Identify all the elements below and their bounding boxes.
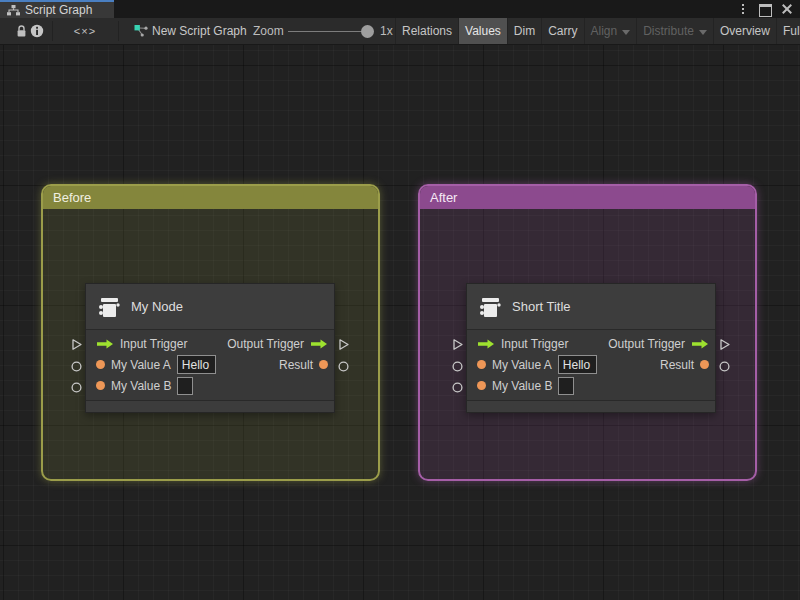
align-dropdown: Align (584, 18, 637, 44)
dim-button[interactable]: Dim (507, 18, 541, 44)
values-button[interactable]: Values (458, 18, 507, 44)
zoom-level: 1x (380, 18, 393, 44)
info-button[interactable] (28, 18, 46, 44)
tab-script-graph[interactable]: Script Graph (0, 0, 114, 18)
output-trigger-port[interactable] (718, 338, 731, 351)
node-title: My Node (131, 299, 183, 314)
value-port-icon (319, 360, 328, 369)
chevron-down-icon (622, 30, 630, 35)
node-header[interactable]: My Node (86, 284, 334, 330)
zoom-label: Zoom (253, 18, 284, 44)
value-a-input[interactable] (558, 355, 597, 374)
node-short-title[interactable]: Short Title Input Trigger Output Trigger (466, 283, 716, 413)
value-a-port[interactable] (451, 360, 464, 373)
unit-icon (97, 295, 121, 319)
node-title: Short Title (512, 299, 571, 314)
tab-label: Script Graph (25, 3, 92, 17)
value-port-icon (96, 381, 105, 390)
result-port[interactable] (718, 360, 731, 373)
relations-button[interactable]: Relations (395, 18, 458, 44)
input-trigger-port[interactable] (451, 338, 464, 351)
trigger-arrow-icon (477, 339, 495, 349)
value-b-input[interactable] (177, 377, 193, 395)
value-b-port[interactable] (451, 381, 464, 394)
group-title: Before (53, 190, 91, 205)
carry-button[interactable]: Carry (541, 18, 583, 44)
node-footer (86, 400, 334, 412)
graph-hierarchy-icon (7, 5, 20, 16)
window-controls (736, 0, 800, 18)
group-title: After (430, 190, 457, 205)
fullscreen-button[interactable]: Full Scr (776, 18, 800, 44)
group-after-header[interactable]: After (420, 186, 755, 209)
node-my-node[interactable]: My Node Input Trigger Output Trigger (85, 283, 335, 413)
value-port-icon (700, 360, 709, 369)
overview-button[interactable]: Overview (713, 18, 776, 44)
node-footer (467, 400, 715, 412)
zoom-slider-track[interactable] (288, 31, 370, 32)
chevron-down-icon (699, 30, 707, 35)
node-header[interactable]: Short Title (467, 284, 715, 330)
unit-icon (478, 295, 502, 319)
graph-inspector-toggle[interactable]: <×> (68, 18, 102, 44)
trigger-arrow-icon (96, 339, 114, 349)
input-trigger-port[interactable] (70, 338, 83, 351)
result-port[interactable] (337, 360, 350, 373)
kebab-menu-icon[interactable] (736, 2, 750, 16)
graph-canvas[interactable]: Before After My Node (0, 45, 800, 600)
toolbar-toggle-buttons: Relations Values Dim Carry Align Distrib… (395, 18, 800, 44)
graph-asset-title: New Script Graph (152, 18, 247, 44)
close-icon[interactable] (780, 2, 794, 16)
info-icon (30, 24, 44, 38)
value-b-port[interactable] (70, 381, 83, 394)
value-a-port[interactable] (70, 360, 83, 373)
distribute-dropdown: Distribute (636, 18, 713, 44)
trigger-arrow-icon (310, 339, 328, 349)
trigger-arrow-icon (691, 339, 709, 349)
output-trigger-port[interactable] (337, 338, 350, 351)
toolbar-separator (118, 21, 119, 41)
value-b-input[interactable] (558, 377, 574, 395)
maximize-icon[interactable] (758, 2, 772, 16)
value-a-input[interactable] (177, 355, 216, 374)
tab-bar: Script Graph (0, 0, 800, 18)
value-port-icon (477, 360, 486, 369)
code-angle-icon: <×> (74, 25, 96, 37)
lock-icon (15, 24, 28, 38)
group-before-header[interactable]: Before (43, 186, 378, 209)
toolbar-separator (52, 21, 53, 41)
zoom-slider-thumb[interactable] (361, 25, 374, 38)
script-graph-window: Script Graph <×> (0, 0, 800, 600)
script-graph-asset-icon (133, 18, 149, 44)
value-port-icon (96, 360, 105, 369)
node-body: Input Trigger Output Trigger My Value A (86, 330, 334, 400)
graph-toolbar: <×> New Script Graph Zoom 1x Relations V… (0, 18, 800, 45)
value-port-icon (477, 381, 486, 390)
node-body: Input Trigger Output Trigger My Value A (467, 330, 715, 400)
